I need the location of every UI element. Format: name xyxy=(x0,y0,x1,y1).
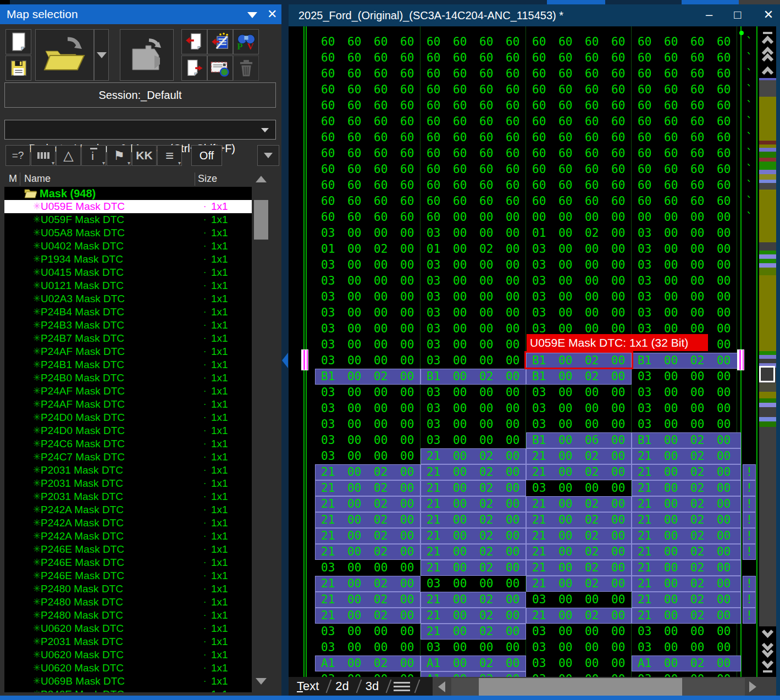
list-item[interactable]: ✳P2031 Mask DTC·1x1 xyxy=(4,635,252,648)
hex-group[interactable]: 60000000 xyxy=(421,209,526,225)
hex-group[interactable]: 60606060 xyxy=(526,162,632,177)
hex-group[interactable]: 03000000 xyxy=(315,448,421,464)
hex-group[interactable]: 03000000 xyxy=(315,305,421,321)
hex-group[interactable]: 03000000 xyxy=(526,480,632,496)
hex-group[interactable]: 03000000 xyxy=(315,353,421,369)
hex-group[interactable]: 60606060 xyxy=(315,146,421,162)
hex-group[interactable]: 60606060 xyxy=(526,50,632,66)
hex-group[interactable]: 03000000 xyxy=(526,385,632,401)
hex-group[interactable]: 03000000 xyxy=(526,241,632,257)
list-item[interactable]: ✳P246E Mask DTC·1x1 xyxy=(4,688,252,692)
hex-group[interactable]: 60606060 xyxy=(315,114,421,130)
hex-group[interactable]: B1000200 xyxy=(526,369,632,385)
pv-search-button[interactable]: P V xyxy=(233,29,259,54)
hex-group[interactable]: 60606060 xyxy=(526,114,632,130)
hex-group[interactable]: 21000200 xyxy=(315,608,421,624)
hex-group[interactable]: 21000200 xyxy=(526,608,632,624)
hex-group[interactable]: 60606060 xyxy=(421,193,526,209)
hex-group[interactable]: 21000200 xyxy=(526,512,632,528)
hex-group[interactable]: 03000000 xyxy=(421,385,526,401)
scrollbar-bottom-buttons[interactable] xyxy=(759,626,776,677)
list-item[interactable]: ✳U069B Mask DTC·1x1 xyxy=(4,675,252,688)
hex-group[interactable]: 00000000 xyxy=(632,209,741,225)
hex-group[interactable]: 03000000 xyxy=(315,624,421,640)
hex-group[interactable]: 21000200 xyxy=(526,576,632,592)
hex-group[interactable]: 60606060 xyxy=(526,177,632,193)
hex-group[interactable]: 60606060 xyxy=(421,162,526,177)
hex-group[interactable]: 03000000 xyxy=(526,592,632,608)
hex-group[interactable]: 01000200 xyxy=(421,241,526,257)
filter-lines-button[interactable]: ≡ ▾ xyxy=(157,145,182,166)
hex-group[interactable]: 03000000 xyxy=(421,337,526,353)
filter-kk-button[interactable]: KK xyxy=(132,145,157,166)
hex-group[interactable]: A1000200 xyxy=(421,655,526,671)
hex-group[interactable]: 03000000 xyxy=(632,671,741,677)
send-email-button[interactable] xyxy=(207,55,233,81)
hex-group[interactable]: 03000000 xyxy=(315,289,421,305)
hex-group[interactable]: 21000200 xyxy=(421,512,526,528)
panel-splitter[interactable] xyxy=(281,4,289,696)
hex-group[interactable]: A1000200 xyxy=(315,655,421,671)
hex-group[interactable]: 03000000 xyxy=(421,432,526,448)
hex-group[interactable]: 60606060 xyxy=(315,50,421,66)
hex-group[interactable]: 00000000 xyxy=(526,209,632,225)
hex-group[interactable]: 01000200 xyxy=(315,241,421,257)
new-map-button[interactable] xyxy=(5,29,31,54)
hex-group[interactable]: 03000000 xyxy=(315,416,421,432)
hex-group[interactable]: 60606060 xyxy=(632,50,741,66)
scroll-up-icon[interactable] xyxy=(256,176,267,182)
hex-group[interactable]: 60606060 xyxy=(421,114,526,130)
hex-group[interactable]: 03000000 xyxy=(632,241,741,257)
hex-scrollbar[interactable] xyxy=(759,26,776,677)
hex-group[interactable]: 21000200 xyxy=(632,576,741,592)
hex-group[interactable]: 03000000 xyxy=(315,337,421,353)
hex-group[interactable]: 21000200 xyxy=(315,512,421,528)
hex-group[interactable]: 21000200 xyxy=(421,592,526,608)
list-item[interactable]: ✳P24AF Mask DTC·1x1 xyxy=(4,385,252,398)
list-item[interactable]: ✳P24AF Mask DTC·1x1 xyxy=(4,398,252,411)
hex-group[interactable]: 03000000 xyxy=(526,273,632,289)
hex-group[interactable]: 21000200 xyxy=(315,528,421,544)
hex-group[interactable]: 03000000 xyxy=(421,257,526,273)
maximize-icon[interactable]: □ xyxy=(728,4,747,25)
hex-group[interactable]: 60606060 xyxy=(315,66,421,82)
filter-info-button[interactable]: i ▾ xyxy=(81,145,106,166)
tab-menu-icon[interactable] xyxy=(387,677,417,696)
hex-group[interactable]: 21000200 xyxy=(632,480,741,496)
hex-group[interactable]: 60606060 xyxy=(632,130,741,146)
hex-group[interactable]: 21000200 xyxy=(315,464,421,480)
hex-group[interactable]: 03000000 xyxy=(315,321,421,337)
hex-group[interactable]: 60606060 xyxy=(526,34,632,50)
list-item[interactable]: ✳P2480 Mask DTC·1x1 xyxy=(4,582,252,596)
hex-group[interactable]: 60606060 xyxy=(632,177,741,193)
hex-group[interactable]: 03000000 xyxy=(526,257,632,273)
hex-group[interactable]: 21000200 xyxy=(315,480,421,496)
hex-group[interactable]: 03000000 xyxy=(632,624,741,640)
hex-group[interactable]: 03000000 xyxy=(632,385,741,401)
hex-group[interactable]: 03000000 xyxy=(421,273,526,289)
hex-group[interactable]: 21000200 xyxy=(526,448,632,464)
hex-group[interactable]: 21000200 xyxy=(632,592,741,608)
open-dropdown-button[interactable] xyxy=(94,29,109,81)
list-item[interactable]: ✳U05A8 Mask DTC·1x1 xyxy=(4,226,252,240)
hex-group[interactable]: 21000200 xyxy=(421,624,526,640)
hex-group[interactable]: 03000000 xyxy=(632,225,741,241)
panel-collapse-icon[interactable] xyxy=(247,12,257,18)
export-map-button[interactable] xyxy=(181,55,207,81)
hex-group[interactable]: 03000000 xyxy=(632,401,741,416)
hex-group[interactable]: 03000000 xyxy=(315,671,421,677)
hex-group[interactable]: 60606060 xyxy=(315,130,421,146)
column-m[interactable]: M xyxy=(9,171,17,186)
tab-3d[interactable]: 3d xyxy=(357,677,387,697)
hex-group[interactable]: 03000000 xyxy=(421,289,526,305)
filter-bars-button[interactable]: ▾ xyxy=(31,145,56,166)
projects-dropdown[interactable]: Projects, Versions & Maps: (Ctrl+Shift+F… xyxy=(4,120,276,140)
import-maplist-button[interactable] xyxy=(207,29,233,54)
hex-group[interactable]: 60606060 xyxy=(632,193,741,209)
hex-group[interactable]: A1000200 xyxy=(421,671,526,677)
minimize-icon[interactable]: – xyxy=(700,4,718,25)
hex-group[interactable]: 60606060 xyxy=(632,146,741,162)
hex-group[interactable]: B1000200 xyxy=(632,432,741,448)
hex-group[interactable]: 60606060 xyxy=(315,209,421,225)
hex-group[interactable]: 60606060 xyxy=(315,34,421,50)
